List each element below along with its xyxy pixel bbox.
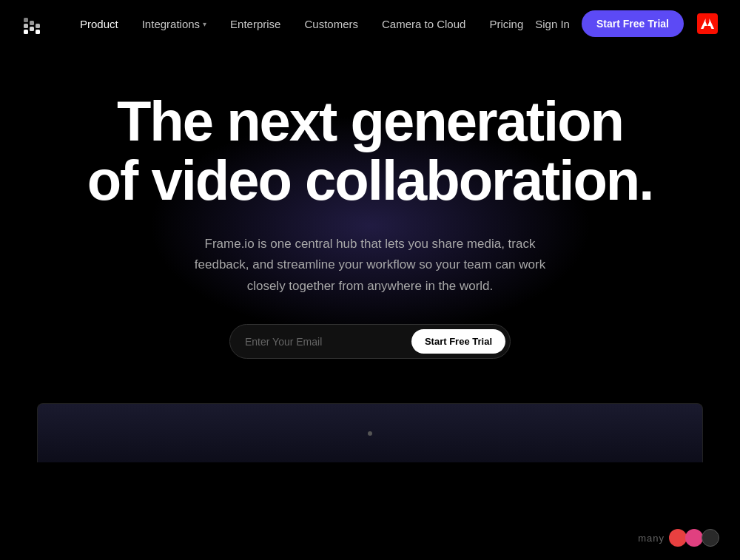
product-preview-strip (37, 403, 703, 462)
nav-links: Product Integrations ▾ Enterprise Custom… (71, 12, 532, 36)
nav-product[interactable]: Product (71, 12, 127, 36)
email-input[interactable] (245, 336, 411, 348)
partner-logo-pink (685, 529, 703, 547)
email-submit-button[interactable]: Start Free Trial (411, 329, 505, 354)
adobe-logo[interactable] (696, 12, 719, 36)
email-form: Start Free Trial (229, 324, 511, 359)
navbar: Product Integrations ▾ Enterprise Custom… (0, 0, 740, 47)
hero-section: The next generation of video collaborati… (0, 47, 740, 492)
many-label: many (638, 533, 665, 544)
hero-subtitle: Frame.io is one central hub that lets yo… (185, 234, 555, 298)
nav-integrations[interactable]: Integrations ▾ (133, 12, 215, 36)
svg-rect-3 (30, 21, 34, 25)
logo[interactable] (21, 10, 47, 37)
svg-rect-0 (24, 18, 28, 22)
start-trial-button[interactable]: Start Free Trial (582, 10, 684, 37)
partner-logos: many (638, 529, 719, 547)
nav-left: Product Integrations ▾ Enterprise Custom… (21, 10, 532, 37)
nav-pricing[interactable]: Pricing (480, 12, 532, 36)
nav-enterprise[interactable]: Enterprise (221, 12, 289, 36)
svg-rect-5 (36, 24, 40, 28)
svg-rect-4 (30, 27, 34, 31)
svg-rect-6 (36, 30, 40, 34)
nav-camera[interactable]: Camera to Cloud (373, 12, 474, 36)
nav-right: Sign In Start Free Trial (535, 10, 719, 37)
nav-customers[interactable]: Customers (295, 12, 367, 36)
partner-logo-red (669, 529, 687, 547)
svg-rect-2 (24, 30, 28, 34)
sign-in-link[interactable]: Sign In (535, 18, 570, 30)
partner-logo-dark (702, 529, 719, 547)
integrations-chevron-icon: ▾ (203, 20, 206, 28)
hero-title: The next generation of video collaborati… (87, 92, 653, 210)
svg-rect-7 (697, 13, 718, 34)
svg-rect-1 (24, 24, 28, 28)
